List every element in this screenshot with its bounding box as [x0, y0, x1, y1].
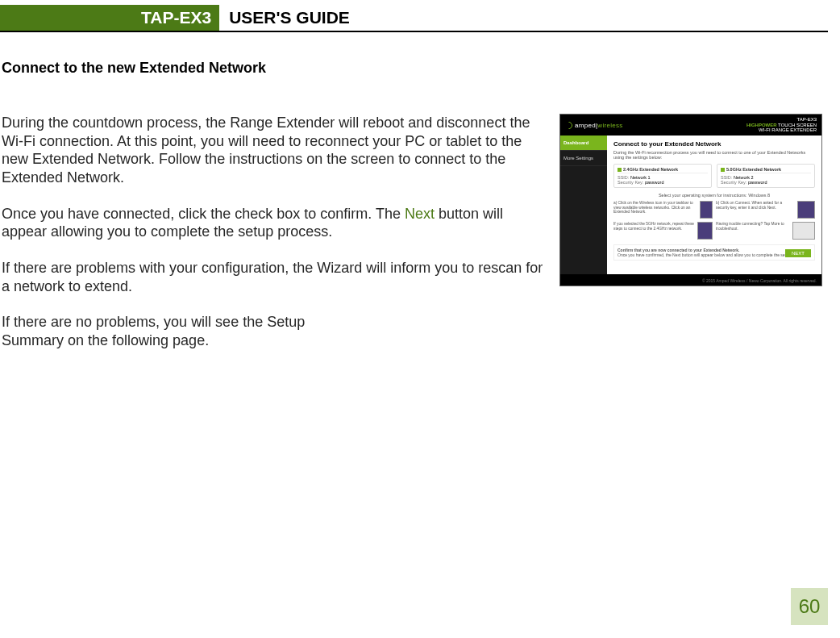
fig-net-5-title: 5.0GHz Extended Network [726, 167, 781, 172]
guide-title: USER'S GUIDE [219, 5, 350, 31]
square-bullet-icon [618, 168, 622, 172]
fig-tile-4: Having trouble connecting? Tap More to t… [716, 222, 815, 240]
sidebar-item-dashboard[interactable]: Dashboard [560, 136, 607, 151]
fig-network-5: 5.0GHz Extended Network SSID: Network 2 … [717, 164, 815, 188]
fig-brand: amped|wireless [565, 122, 623, 129]
model-line2: HIGHPOWER TOUCH SCREEN [746, 123, 817, 128]
fig-instruction-tiles: a) Click on the Wireless icon in your ta… [613, 201, 815, 219]
next-button[interactable]: NEXT [785, 249, 811, 257]
fig-net-24-header: 2.4GHz Extended Network [618, 167, 708, 173]
fig-subtitle: During the Wi-Fi reconnection process yo… [613, 150, 815, 160]
fig-model-block: TAP-EX3 HIGHPOWER TOUCH SCREEN WI-FI RAN… [746, 117, 817, 133]
paragraph-4a: If there are no problems, you will see t… [2, 314, 305, 330]
fig-body: Dashboard More Settings Connect to your … [560, 136, 821, 274]
paragraph-2a: Once you have connected, click the check… [2, 206, 405, 222]
tile-thumbnail-icon [700, 201, 713, 219]
sidebar-item-more-settings[interactable]: More Settings [560, 151, 607, 166]
fig-main-title: Connect to your Extended Network [613, 140, 815, 148]
key-2: password [748, 180, 767, 185]
fig-net-5-header: 5.0GHz Extended Network [721, 167, 811, 173]
model-touch: TOUCH SCREEN [777, 123, 817, 127]
paragraph-4b: Summary on the following page. [2, 332, 209, 348]
product-badge: TAP-EX3 [0, 5, 219, 31]
figure-column: amped|wireless TAP-EX3 HIGHPOWER TOUCH S… [559, 114, 822, 368]
tile-thumbnail-icon [792, 222, 815, 240]
section-heading: Connect to the new Extended Network [0, 60, 840, 77]
next-keyword: Next [405, 206, 435, 222]
brand-swirl-icon [563, 120, 574, 131]
fig-tile-3-text: If you selected the 5GHz network, repeat… [613, 222, 695, 240]
body-text-column: During the countdown process, the Range … [2, 114, 543, 368]
content-row: During the countdown process, the Range … [0, 114, 840, 368]
fig-sidebar: Dashboard More Settings [560, 136, 607, 274]
model-line3: WI-FI RANGE EXTENDER [746, 127, 817, 133]
fig-os-select-row: Select your operating system for instruc… [613, 193, 815, 198]
page-header: TAP-EX3 USER'S GUIDE [0, 5, 828, 32]
paragraph-2: Once you have connected, click the check… [2, 205, 543, 241]
fig-confirm-box: Confirm that you are now connected to yo… [613, 244, 815, 261]
fig-confirm-sub: Once you have confirmed, the Next button… [618, 252, 811, 257]
fig-net-24-title: 2.4GHz Extended Network [623, 167, 678, 172]
fig-network-24: 2.4GHz Extended Network SSID: Network 1 … [613, 164, 712, 188]
key-label-2: Security Key: [721, 180, 746, 185]
model-line1: TAP-EX3 [746, 117, 817, 123]
fig-tile-2-text: b) Click on Connect. When asked for a se… [716, 201, 795, 219]
model-hp: HIGHPOWER [746, 123, 777, 127]
fig-tile-2: b) Click on Connect. When asked for a se… [716, 201, 815, 219]
key-label: Security Key: [618, 180, 643, 185]
fig-footer: © 2015 Amped Wireless / Newo Corporation… [560, 274, 821, 286]
square-bullet-icon [721, 168, 725, 172]
tile-thumbnail-icon [797, 201, 815, 219]
page-number: 60 [791, 588, 828, 625]
paragraph-4: If there are no problems, you will see t… [2, 313, 543, 349]
fig-instruction-tiles-2: If you selected the 5GHz network, repeat… [613, 222, 815, 240]
setup-screenshot: amped|wireless TAP-EX3 HIGHPOWER TOUCH S… [559, 114, 822, 286]
brand-word-b: wireless [597, 122, 622, 129]
fig-topbar: amped|wireless TAP-EX3 HIGHPOWER TOUCH S… [560, 115, 821, 136]
brand-text: amped|wireless [575, 122, 623, 129]
fig-tile-1: a) Click on the Wireless icon in your ta… [613, 201, 713, 219]
fig-networks-row: 2.4GHz Extended Network SSID: Network 1 … [613, 164, 815, 188]
fig-tile-4-text: Having trouble connecting? Tap More to t… [716, 222, 790, 240]
paragraph-3: If there are problems with your configur… [2, 259, 543, 295]
tile-thumbnail-icon [697, 222, 713, 240]
fig-tile-1-text: a) Click on the Wireless icon in your ta… [613, 201, 697, 219]
fig-main-panel: Connect to your Extended Network During … [607, 136, 821, 274]
paragraph-1: During the countdown process, the Range … [2, 114, 543, 187]
fig-tile-3: If you selected the 5GHz network, repeat… [613, 222, 713, 240]
brand-word-a: amped [575, 122, 596, 129]
key-1: password [645, 180, 664, 185]
